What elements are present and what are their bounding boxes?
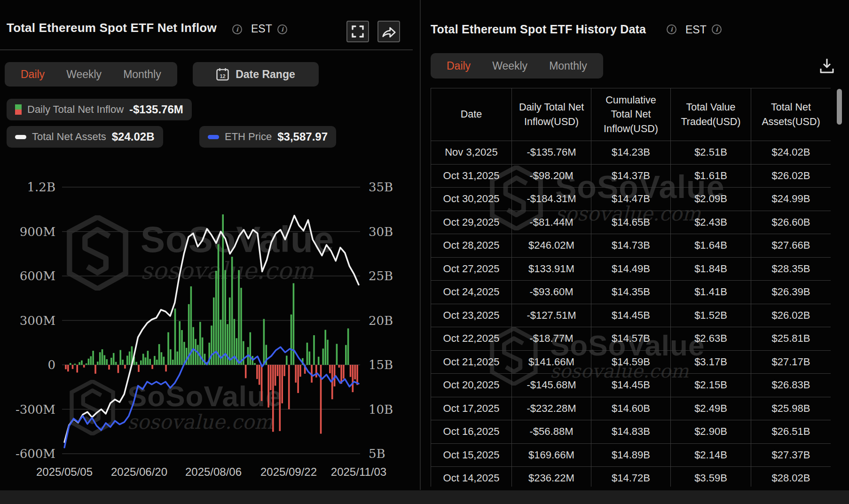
download-button[interactable] [819,57,835,76]
legend-label: Total Net Assets [32,131,106,143]
cell-cumulative-inflow: $14.60B [591,397,671,420]
cell-date: Oct 29,2025 [431,211,512,234]
legend-total-net-assets[interactable]: Total Net Assets $24.02B [7,126,163,148]
column-header-net-assets: Total Net Assets(USD) [751,88,831,141]
cell-daily-inflow: -$98.20M [512,164,591,188]
cell-net-assets: $27.37B [751,443,831,467]
cell-value-traded: $1.64B [671,234,751,258]
cell-cumulative-inflow: $14.23B [591,141,671,165]
x-axis-tick: 2025/11/03 [331,465,386,478]
cell-net-assets: $28.35B [751,257,831,281]
cell-daily-inflow: $141.66M [512,350,591,374]
table-row: Oct 22,2025-$18.77M$14.57B$2.63B$25.81B [431,327,831,351]
info-icon[interactable]: i [712,24,722,34]
cell-date: Oct 23,2025 [431,304,512,327]
footer-text: Learn more about ETF： [0,502,132,504]
x-axis-tick: 2025/08/06 [185,465,242,478]
cell-value-traded: $1.84B [671,257,751,281]
fullscreen-icon [352,25,364,38]
x-axis-tick: 2025/05/05 [36,465,93,478]
cell-cumulative-inflow: $14.49B [591,257,671,281]
left-axis-tick: 1.2B [27,180,55,194]
column-header-cumulative-inflow: Cumulative Total Net Inflow(USD) [591,88,671,141]
footer-bar: Learn more about ETF：More [0,490,849,504]
tab-monthly[interactable]: Monthly [549,60,587,72]
bar-series-swatch-icon [15,104,22,115]
cell-date: Oct 31,2025 [431,164,512,188]
table-row: Oct 28,2025$246.02M$14.73B$1.64B$27.66B [431,234,831,258]
cell-cumulative-inflow: $14.57B [591,327,671,351]
cell-net-assets: $26.02B [751,164,831,188]
cell-daily-inflow: -$232.28M [512,397,591,420]
table-row: Oct 27,2025$133.91M$14.49B$1.84B$28.35B [431,257,831,281]
date-range-button[interactable]: 12 Date Range [193,62,319,87]
share-icon [382,25,396,38]
column-header-date: Date [431,88,512,141]
cell-net-assets: $28.02B [751,467,831,487]
tab-monthly[interactable]: Monthly [123,68,161,81]
table-row: Oct 20,2025-$145.68M$14.45B$2.15B$26.83B [431,374,831,397]
info-icon[interactable]: i [232,24,242,34]
tab-daily[interactable]: Daily [447,60,471,72]
cell-value-traded: $2.09B [671,188,751,211]
cell-date: Oct 28,2025 [431,234,512,258]
cell-net-assets: $24.99B [751,188,831,211]
chart-period-tabs: Daily Weekly Monthly [5,62,177,87]
cell-cumulative-inflow: $14.35B [591,281,671,304]
cell-daily-inflow: -$93.60M [512,281,591,304]
table-row: Nov 3,2025-$135.76M$14.23B$2.51B$24.02B [431,141,831,165]
cell-daily-inflow: $169.66M [512,443,591,467]
cell-cumulative-inflow: $14.72B [591,467,671,487]
cell-cumulative-inflow: $14.45B [591,374,671,397]
column-header-daily-inflow: Daily Total Net Inflow(USD) [512,88,591,141]
date-range-label: Date Range [236,68,295,81]
right-axis-tick: 30B [369,225,393,239]
cell-daily-inflow: $236.22M [512,467,591,487]
table-scrollbar-thumb[interactable] [837,89,842,125]
info-icon[interactable]: i [277,24,287,34]
history-table-container: Date Daily Total Net Inflow(USD) Cumulat… [431,88,831,487]
cell-date: Oct 27,2025 [431,257,512,281]
cell-daily-inflow: -$127.51M [512,304,591,327]
chart-gridlines: 1.2B35B900M30B600M25B300M20B015B-300M10B… [16,180,393,461]
cell-date: Oct 20,2025 [431,374,512,397]
cell-value-traded: $3.59B [671,467,751,487]
cell-daily-inflow: -$135.76M [512,141,591,165]
cell-net-assets: $26.02B [751,304,831,327]
cell-date: Oct 16,2025 [431,420,512,444]
tab-weekly[interactable]: Weekly [66,68,102,81]
right-axis-tick: 10B [369,402,393,417]
history-data-panel: Total Ethereum Spot ETF History Data i E… [421,0,849,490]
cell-date: Oct 24,2025 [431,281,512,304]
legend-daily-net-inflow[interactable]: Daily Total Net Inflow -$135.76M [7,99,192,120]
est-timezone-label: EST [251,23,272,35]
right-axis-tick: 35B [369,180,393,194]
column-header-value-traded: Total Value Traded(USD) [671,88,751,141]
cell-value-traded: $2.63B [671,327,751,351]
cell-net-assets: $26.51B [751,420,831,444]
legend-eth-price[interactable]: ETH Price $3,587.97 [199,126,336,148]
cell-value-traded: $2.90B [671,420,751,444]
cell-daily-inflow: $246.02M [512,234,591,258]
cell-daily-inflow: -$145.68M [512,374,591,397]
cell-net-assets: $26.83B [751,374,831,397]
tab-weekly[interactable]: Weekly [492,60,527,72]
etf-net-inflow-chart[interactable]: 1.2B35B900M30B600M25B300M20B015B-300M10B… [0,169,418,489]
tab-daily[interactable]: Daily [21,68,45,81]
cell-value-traded: $2.14B [671,443,751,467]
right-axis-tick: 25B [369,269,393,283]
table-row: Oct 21,2025$141.66M$14.59B$3.17B$27.17B [431,350,831,374]
svg-text:12: 12 [220,73,226,79]
eth-line-swatch-icon [208,135,219,139]
share-button[interactable] [377,21,400,42]
table-row: Oct 14,2025$236.22M$14.72B$3.59B$28.02B [431,467,831,487]
table-header-row: Date Daily Total Net Inflow(USD) Cumulat… [431,88,831,141]
info-icon[interactable]: i [667,24,676,34]
footer-more-link[interactable]: More [148,502,175,504]
header-divider [0,49,413,50]
table-row: Oct 24,2025-$93.60M$14.35B$1.41B$26.39B [431,281,831,304]
legend-value: $24.02B [112,130,155,143]
fullscreen-button[interactable] [346,21,369,42]
left-axis-tick: 900M [20,225,55,239]
right-axis-tick: 15B [369,358,393,372]
